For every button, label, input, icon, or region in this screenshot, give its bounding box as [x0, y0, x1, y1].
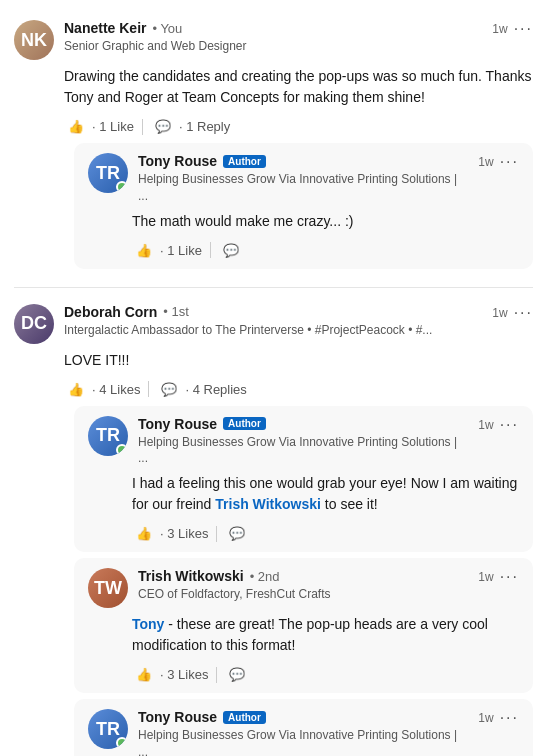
- avatar: TW: [88, 568, 128, 608]
- reply-button[interactable]: 💬: [219, 240, 243, 261]
- timestamp: 1w: [492, 306, 507, 320]
- comment-header: DC Deborah Corn • 1st Intergalactic Amba…: [14, 304, 533, 344]
- like-button[interactable]: 👍: [64, 116, 88, 137]
- user-name: Nanette Keir: [64, 20, 146, 36]
- divider: [148, 381, 149, 397]
- online-indicator: [116, 444, 128, 456]
- timestamp: 1w: [478, 418, 493, 432]
- comment-block-nanette: NK Nanette Keir • You Senior Graphic and…: [0, 10, 547, 281]
- user-name-row: Tony Rouse Author: [138, 709, 470, 725]
- timestamp: 1w: [478, 570, 493, 584]
- comment-block-deborah: DC Deborah Corn • 1st Intergalactic Amba…: [0, 294, 547, 756]
- comment-body: Tony - these are great! The pop-up heads…: [132, 614, 519, 656]
- timestamp: 1w: [492, 22, 507, 36]
- comment-icon: 💬: [229, 526, 245, 541]
- more-options-icon[interactable]: ···: [514, 304, 533, 322]
- user-name: Deborah Corn: [64, 304, 157, 320]
- author-badge: Author: [223, 155, 266, 168]
- user-name: Trish Witkowski: [138, 568, 244, 584]
- user-title: CEO of Foldfactory, FreshCut Crafts: [138, 586, 331, 603]
- nested-comment-tony2: TR Tony Rouse Author Helping Businesses …: [74, 406, 533, 553]
- avatar: DC: [14, 304, 54, 344]
- author-badge: Author: [223, 711, 266, 724]
- timestamp-menu: 1w ···: [478, 153, 519, 171]
- more-options-icon[interactable]: ···: [514, 20, 533, 38]
- timestamp-menu: 1w ···: [492, 20, 533, 38]
- avatar: TR: [88, 416, 128, 456]
- user-title: Helping Businesses Grow Via Innovative P…: [138, 727, 470, 756]
- divider: [216, 667, 217, 683]
- thumb-icon: 👍: [68, 119, 84, 134]
- user-name-row: Deborah Corn • 1st: [64, 304, 432, 320]
- user-name-row: Trish Witkowski • 2nd: [138, 568, 331, 584]
- divider: [216, 526, 217, 542]
- avatar: TR: [88, 709, 128, 749]
- reply-button[interactable]: 💬: [225, 664, 249, 685]
- avatar-initials: TW: [88, 568, 128, 608]
- thumb-icon: 👍: [68, 382, 84, 397]
- user-info: Tony Rouse Author Helping Businesses Gro…: [138, 709, 470, 756]
- like-count: · 1 Like: [92, 119, 134, 134]
- avatar-initials: NK: [14, 20, 54, 60]
- like-button[interactable]: 👍: [132, 664, 156, 685]
- comment-actions: 👍 · 1 Like 💬 · 1 Reply: [64, 116, 533, 137]
- timestamp-menu: 1w ···: [492, 304, 533, 322]
- avatar: TR: [88, 153, 128, 193]
- timestamp: 1w: [478, 155, 493, 169]
- user-info: Trish Witkowski • 2nd CEO of Foldfactory…: [138, 568, 331, 603]
- avatar-initials: DC: [14, 304, 54, 344]
- comment-actions: 👍 · 1 Like 💬: [132, 240, 519, 261]
- more-options-icon[interactable]: ···: [500, 416, 519, 434]
- more-options-icon[interactable]: ···: [500, 709, 519, 727]
- degree-label: • 2nd: [250, 569, 280, 584]
- user-info: Nanette Keir • You Senior Graphic and We…: [64, 20, 247, 55]
- comment-left: DC Deborah Corn • 1st Intergalactic Amba…: [14, 304, 432, 344]
- user-title: Helping Businesses Grow Via Innovative P…: [138, 434, 470, 468]
- separator-line: [14, 287, 533, 288]
- comment-left: NK Nanette Keir • You Senior Graphic and…: [14, 20, 247, 60]
- mention-link[interactable]: Trish Witkowski: [215, 496, 321, 512]
- nested-comment-tony1: TR Tony Rouse Author Helping Businesses …: [74, 143, 533, 269]
- more-options-icon[interactable]: ···: [500, 568, 519, 586]
- comment-icon: 💬: [229, 667, 245, 682]
- comment-left: TR Tony Rouse Author Helping Businesses …: [88, 416, 470, 468]
- user-title: Intergalactic Ambassador to The Printerv…: [64, 322, 432, 339]
- comment-actions: 👍 · 4 Likes 💬 · 4 Replies: [64, 379, 533, 400]
- timestamp-menu: 1w ···: [478, 568, 519, 586]
- comment-left: TR Tony Rouse Author Helping Businesses …: [88, 153, 470, 205]
- reply-count: · 4 Replies: [185, 382, 246, 397]
- like-button[interactable]: 👍: [132, 240, 156, 261]
- comment-body: The math would make me crazy... :): [132, 211, 519, 232]
- you-label: • You: [152, 21, 182, 36]
- nested-comment-tony3: TR Tony Rouse Author Helping Businesses …: [74, 699, 533, 756]
- comment-left: TW Trish Witkowski • 2nd CEO of Foldfact…: [88, 568, 331, 608]
- nested-replies: TR Tony Rouse Author Helping Businesses …: [64, 406, 533, 756]
- comment-body: LOVE IT!!!: [64, 350, 533, 371]
- user-info: Tony Rouse Author Helping Businesses Gro…: [138, 153, 470, 205]
- user-title: Helping Businesses Grow Via Innovative P…: [138, 171, 470, 205]
- thumb-icon: 👍: [136, 667, 152, 682]
- online-indicator: [116, 181, 128, 193]
- comment-body: I had a feeling this one would grab your…: [132, 473, 519, 515]
- comment-left: TR Tony Rouse Author Helping Businesses …: [88, 709, 470, 756]
- like-count: · 3 Likes: [160, 526, 208, 541]
- timestamp-menu: 1w ···: [478, 709, 519, 727]
- thumb-icon: 👍: [136, 243, 152, 258]
- comment-header: TR Tony Rouse Author Helping Businesses …: [88, 416, 519, 468]
- reply-button[interactable]: 💬: [225, 523, 249, 544]
- mention-link[interactable]: Tony: [132, 616, 164, 632]
- comment-header: TW Trish Witkowski • 2nd CEO of Foldfact…: [88, 568, 519, 608]
- more-options-icon[interactable]: ···: [500, 153, 519, 171]
- like-button[interactable]: 👍: [132, 523, 156, 544]
- reply-button[interactable]: 💬: [151, 116, 175, 137]
- user-info: Tony Rouse Author Helping Businesses Gro…: [138, 416, 470, 468]
- timestamp-menu: 1w ···: [478, 416, 519, 434]
- user-name: Tony Rouse: [138, 153, 217, 169]
- reply-count: · 1 Reply: [179, 119, 230, 134]
- comment-icon: 💬: [155, 119, 171, 134]
- like-button[interactable]: 👍: [64, 379, 88, 400]
- comment-icon: 💬: [223, 243, 239, 258]
- user-name-row: Tony Rouse Author: [138, 416, 470, 432]
- reply-button[interactable]: 💬: [157, 379, 181, 400]
- divider: [210, 242, 211, 258]
